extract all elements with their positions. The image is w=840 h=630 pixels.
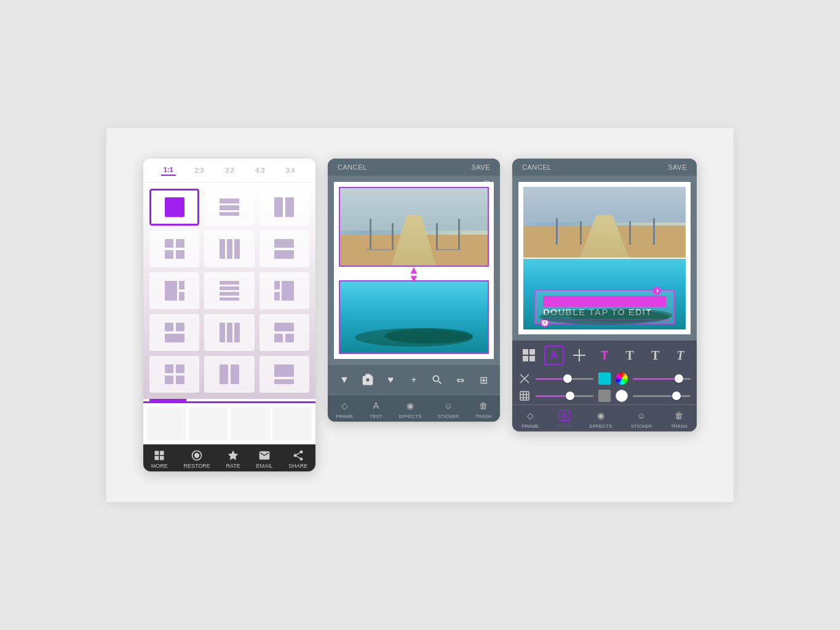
tab-trash-p3[interactable]: 🗑 TRASH (671, 409, 687, 429)
layout-mosaic[interactable] (149, 356, 199, 393)
ratio-bar: 1:1 2:3 3:2 4:3 3:4 (143, 159, 315, 183)
tab-sticker-p3[interactable]: ☺ STICKER (631, 409, 652, 429)
cancel-button-p3[interactable]: CANCEL (522, 163, 552, 171)
camera-tool[interactable] (359, 371, 376, 388)
phone3-bottom-tabs: ◇ FRAME A TEXT ◉ EFFECTS ☺ STICKER 🗑 TRA… (512, 404, 697, 431)
svg-rect-2 (220, 205, 239, 210)
svg-rect-39 (231, 364, 239, 384)
svg-rect-9 (176, 250, 184, 259)
ratio-3-2[interactable]: 3:2 (223, 165, 237, 175)
bottom-photo-p3[interactable]: ✕ DOUBLE TAP TO EDIT (523, 259, 686, 329)
save-button-p2[interactable]: SAVE (471, 163, 490, 171)
font-T3[interactable]: T (645, 345, 665, 365)
grid-icon[interactable] (519, 345, 539, 365)
color-swatch-gray[interactable] (598, 390, 611, 402)
preview-cell-4[interactable] (272, 407, 312, 441)
svg-rect-27 (165, 334, 184, 342)
slider-track-2b[interactable] (633, 395, 691, 397)
layout-grid (143, 183, 315, 399)
top-photo[interactable] (339, 187, 489, 267)
white-circle[interactable] (616, 390, 628, 402)
svg-rect-19 (220, 286, 239, 290)
collage-frame3: ✕ DOUBLE TAP TO EDIT (518, 182, 691, 334)
restore-button[interactable]: RESTORE (183, 449, 210, 469)
preview-cell-1[interactable] (147, 407, 186, 441)
email-button[interactable]: EMAIL (256, 449, 272, 469)
text-A-icon[interactable]: A (544, 345, 564, 365)
slider-row-2 (512, 387, 697, 404)
down-arrow-tool[interactable]: ▼ (336, 371, 353, 388)
svg-rect-43 (523, 349, 528, 355)
phone3: CANCEL SAVE (512, 159, 697, 431)
layout-big-left[interactable] (149, 272, 199, 309)
svg-rect-24 (282, 281, 294, 301)
pattern-icon[interactable] (518, 390, 531, 402)
font-T2[interactable]: T (620, 345, 640, 365)
phone2-bottom-tabs: ◇ FRAME A TEXT ◉ EFFECTS ☺ STICKER 🗑 TRA… (328, 395, 500, 422)
resize-tool[interactable]: ⊞ (475, 371, 492, 388)
svg-rect-8 (165, 250, 173, 259)
svg-rect-40 (274, 364, 294, 377)
expand-icon[interactable] (518, 372, 531, 385)
layout-1-top-strip[interactable] (260, 356, 309, 393)
layout-2-top-1-bottom[interactable] (149, 314, 199, 351)
layout-3-vertical-sm[interactable] (204, 314, 254, 351)
bottom-photo[interactable] (339, 280, 489, 354)
layout-top-2-bottom[interactable] (260, 314, 309, 351)
tab-trash-p2[interactable]: 🗑 TRASH (475, 399, 492, 419)
top-photo-p3[interactable] (523, 187, 686, 258)
tab-text-p2[interactable]: A TEXT (370, 399, 383, 419)
layout-single[interactable] (149, 189, 199, 226)
search-tool[interactable] (429, 371, 446, 388)
layout-4-row[interactable] (204, 272, 254, 309)
svg-rect-29 (227, 323, 232, 342)
svg-rect-32 (274, 334, 283, 342)
share-button[interactable]: SHARE (288, 449, 307, 469)
color-swatch-cyan[interactable] (598, 372, 611, 385)
layout-2-vertical[interactable] (204, 356, 254, 393)
tab-effects-p2[interactable]: ◉ EFFECTS (399, 399, 421, 419)
ratio-3-4[interactable]: 3:4 (283, 165, 298, 175)
ratio-4-3[interactable]: 4:3 (253, 165, 267, 175)
plus-tool[interactable]: + (405, 371, 422, 388)
svg-text:A: A (561, 412, 567, 420)
font-T1[interactable]: T (595, 345, 614, 365)
preview-cell-3[interactable] (231, 407, 270, 441)
save-button-p3[interactable]: SAVE (668, 163, 687, 171)
layout-3-vertical[interactable] (204, 230, 254, 267)
heart-tool[interactable]: ♥ (382, 371, 399, 388)
rate-button[interactable]: RATE (226, 449, 240, 469)
phone1: 1:1 2:3 3:2 4:3 3:4 (143, 159, 315, 471)
layout-big-right[interactable] (260, 272, 309, 309)
preview-cell-2[interactable] (189, 407, 228, 441)
slider-track-1[interactable] (536, 378, 593, 380)
layout-3-horizontal[interactable] (204, 189, 254, 226)
handle-top-right[interactable] (543, 296, 666, 307)
svg-rect-46 (529, 356, 535, 361)
svg-rect-33 (285, 334, 294, 342)
tab-effects-p3[interactable]: ◉ EFFECTS (590, 409, 612, 429)
layout-4-grid[interactable] (149, 230, 199, 267)
tab-frame-p2[interactable]: ◇ FRAME (336, 399, 353, 419)
phone3-canvas: ✕ DOUBLE TAP TO EDIT (512, 176, 697, 341)
layout-2-row[interactable] (260, 230, 309, 267)
svg-rect-25 (165, 323, 173, 331)
cancel-button-p2[interactable]: CANCEL (338, 163, 367, 171)
ratio-1-1[interactable]: 1:1 (161, 165, 176, 176)
text-overlay[interactable]: ✕ DOUBLE TAP TO EDIT (534, 289, 675, 324)
slider-track-1b[interactable] (633, 378, 691, 380)
rainbow-swatch[interactable] (616, 372, 628, 385)
font-T4[interactable]: T (670, 345, 690, 365)
add-icon[interactable] (569, 345, 589, 365)
flip-tool[interactable]: ⇔ (451, 371, 469, 388)
tab-frame-p3[interactable]: ◇ FRAME (521, 409, 539, 429)
more-button[interactable]: MORE (151, 449, 168, 469)
ratio-2-3[interactable]: 2:3 (192, 165, 206, 175)
svg-rect-3 (220, 212, 239, 216)
svg-rect-44 (529, 349, 535, 355)
tab-text-p3[interactable]: A TEXT (558, 409, 571, 429)
tool-row: ▼ ♥ + ⇔ ⊞ (328, 369, 500, 391)
tab-sticker-p2[interactable]: ☺ STICKER (438, 399, 459, 419)
slider-track-2[interactable] (536, 395, 593, 397)
layout-2-col[interactable] (260, 189, 309, 226)
